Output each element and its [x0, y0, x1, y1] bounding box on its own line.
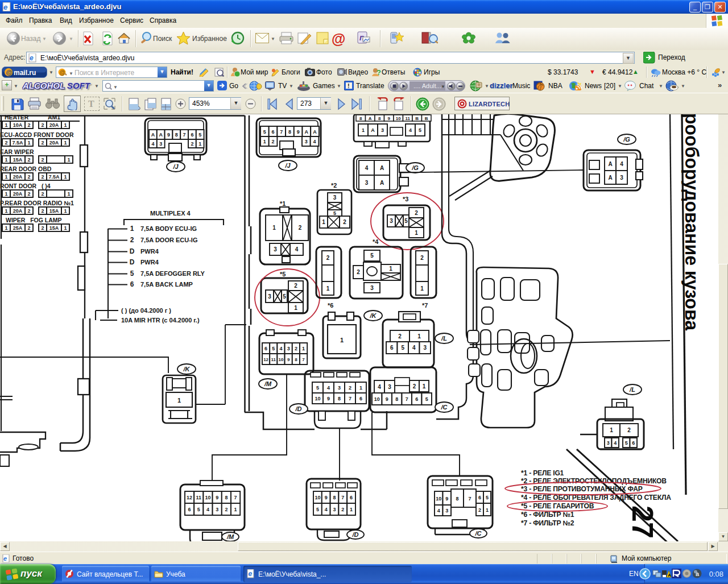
svg-text:1: 1 [350, 507, 353, 512]
svg-text:*2: *2 [331, 182, 337, 189]
svg-text:рооборудование кузова: рооборудование кузова [681, 114, 703, 331]
svg-text:4: 4 [206, 507, 209, 512]
svg-text:9: 9 [445, 496, 448, 502]
svg-text:5: 5 [130, 270, 134, 277]
svg-text:EAR WIPER: EAR WIPER [0, 148, 34, 155]
svg-text:9: 9 [386, 396, 388, 402]
svg-text:1: 1 [64, 225, 67, 231]
svg-text:RONT DOOR ( )4: RONT DOOR ( )4 [0, 183, 51, 189]
svg-text:4: 4 [151, 141, 154, 147]
svg-text:7,5A DEFOGGER RLY: 7,5A DEFOGGER RLY [140, 270, 205, 277]
svg-text:6: 6 [188, 507, 191, 512]
svg-text:1: 1 [415, 230, 418, 236]
svg-text:*3 - РЕЛЕ ПРОТИВОТУМАННЫХ ФАР: *3 - РЕЛЕ ПРОТИВОТУМАННЫХ ФАР [521, 485, 643, 493]
svg-text:e: e [249, 570, 253, 578]
svg-text:3: 3 [216, 507, 218, 512]
svg-text:2: 2 [130, 236, 134, 244]
svg-text:@: @ [6, 69, 13, 76]
svg-text:3: 3 [338, 385, 341, 391]
svg-text:1: 1 [417, 333, 421, 339]
svg-text:10: 10 [205, 495, 210, 500]
svg-text:1: 1 [389, 266, 392, 272]
svg-text:2: 2 [27, 225, 30, 231]
svg-text:e: e [3, 555, 7, 562]
svg-text:20A: 20A [13, 191, 23, 197]
svg-text:1: 1 [326, 285, 330, 292]
svg-text:1: 1 [486, 507, 489, 513]
svg-text:3: 3 [305, 139, 308, 144]
svg-text:2: 2 [415, 210, 418, 216]
svg-text:3: 3 [287, 346, 290, 351]
svg-text:2: 2 [41, 191, 44, 197]
svg-text:10A MIR HTR (с 04.2000 г.): 10A MIR HTR (с 04.2000 г.) [121, 317, 200, 324]
svg-text:1: 1 [5, 122, 7, 128]
svg-text:HEATER: HEATER [5, 114, 29, 121]
svg-text:8: 8 [395, 396, 398, 402]
svg-text:3: 3 [333, 507, 336, 512]
svg-text:*6 - ФИЛЬТР №1: *6 - ФИЛЬТР №1 [521, 511, 574, 519]
svg-text:2: 2 [41, 157, 44, 163]
svg-text:4: 4 [327, 385, 330, 391]
svg-text:6: 6 [415, 396, 418, 402]
svg-text:/M: /M [226, 533, 234, 540]
svg-text:2: 2 [27, 157, 30, 163]
svg-text:9: 9 [325, 495, 328, 500]
svg-text:/C: /C [475, 530, 482, 537]
svg-text:B: B [425, 116, 428, 121]
svg-text:A: A [371, 127, 375, 133]
svg-text:*3: *3 [403, 196, 408, 202]
svg-text:*4: *4 [373, 238, 379, 245]
svg-text:WIPER FOG LAMP: WIPER FOG LAMP [6, 217, 62, 223]
svg-text:6: 6 [390, 345, 394, 351]
svg-text:1: 1 [263, 139, 266, 144]
svg-text:15A: 15A [49, 225, 59, 231]
svg-text:D: D [130, 247, 135, 255]
svg-text:1: 1 [234, 507, 237, 512]
svg-text:8: 8 [295, 357, 297, 362]
svg-text:8: 8 [338, 396, 341, 401]
svg-text:1: 1 [340, 337, 344, 343]
svg-text:PWR4: PWR4 [140, 259, 159, 266]
svg-text:3: 3 [388, 384, 391, 390]
svg-text:4: 4 [313, 139, 316, 144]
svg-text:5: 5 [370, 252, 374, 259]
svg-text:4: 4 [409, 127, 412, 133]
svg-text:8: 8 [359, 116, 362, 121]
svg-text:3: 3 [607, 440, 610, 446]
svg-text:7.5A: 7.5A [48, 174, 60, 180]
svg-text:2: 2 [326, 255, 330, 261]
svg-text:*7: *7 [422, 302, 428, 309]
svg-text:3: 3 [390, 218, 393, 224]
svg-text:MULTIPLEX 4: MULTIPLEX 4 [150, 210, 191, 217]
svg-text:10: 10 [315, 495, 320, 500]
svg-text:7.5A: 7.5A [12, 140, 23, 146]
svg-text:*2 - РЕЛЕ ЭЛЕКТРОСТЕКЛОПОДЪЕМН: *2 - РЕЛЕ ЭЛЕКТРОСТЕКЛОПОДЪЕМНИКОВ [521, 477, 667, 485]
svg-text:2: 2 [41, 122, 44, 128]
svg-text:/L: /L [441, 335, 447, 342]
svg-text:3: 3 [159, 141, 162, 147]
svg-text:1: 1 [5, 174, 7, 180]
svg-text:/C: /C [441, 404, 448, 411]
svg-text:2: 2 [5, 140, 7, 146]
svg-text:7: 7 [406, 396, 408, 402]
svg-text:20A: 20A [13, 174, 23, 180]
svg-text:1: 1 [64, 122, 67, 128]
svg-text:2: 2 [420, 255, 424, 261]
svg-text:*7 - ФИЛЬТР №2: *7 - ФИЛЬТР №2 [521, 519, 574, 527]
svg-text:7,5A BODY ECU-IG: 7,5A BODY ECU-IG [140, 225, 197, 232]
svg-text:e: e [3, 3, 7, 11]
svg-text:3: 3 [274, 246, 277, 252]
svg-text:4: 4 [620, 161, 623, 167]
svg-text:1: 1 [272, 225, 276, 231]
svg-text:5: 5 [425, 396, 428, 402]
svg-text:P.REAR DOOR RADIO №1: P.REAR DOOR RADIO №1 [0, 200, 74, 206]
svg-text:5: 5 [401, 345, 404, 351]
svg-text:10: 10 [436, 496, 441, 502]
svg-text:/K: /K [183, 366, 191, 372]
svg-text:1: 1 [5, 208, 7, 214]
svg-text:AM1: AM1 [48, 114, 60, 121]
svg-text:2: 2 [27, 122, 30, 128]
svg-text:8: 8 [378, 116, 381, 121]
svg-text:4: 4 [365, 165, 369, 171]
svg-text:6: 6 [632, 440, 635, 446]
